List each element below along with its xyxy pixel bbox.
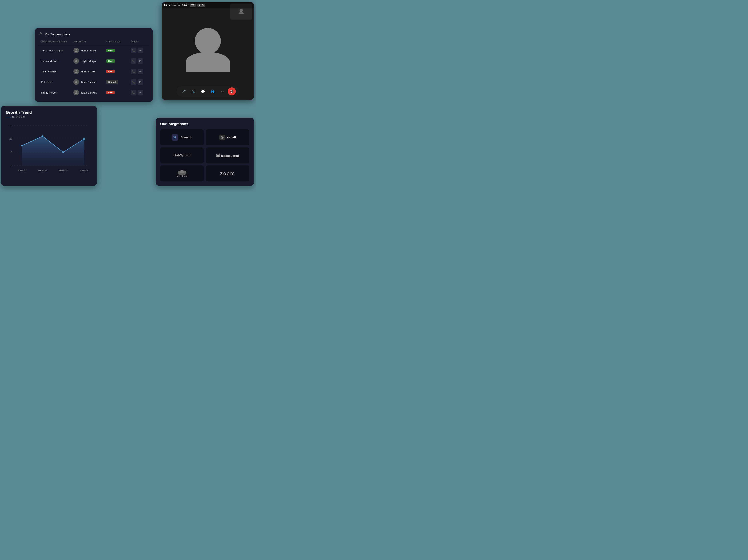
email-button[interactable]: ✉ — [138, 69, 143, 74]
company-name: Carls and Carls — [41, 59, 73, 63]
video-call-panel: Michael Jaden 06:48 TR AUD 🎤 📷 💬 👥 ··· 📵 — [162, 2, 254, 100]
avatar — [73, 79, 79, 85]
actions-cell: 📞 ✉ — [131, 58, 147, 64]
email-button[interactable]: ✉ — [138, 48, 143, 53]
hubspot-label2: t — [190, 153, 191, 157]
table-row: Carls and Carls Haylie Morgan High 📞 ✉ — [39, 56, 149, 66]
chat-button[interactable]: 💬 — [199, 88, 207, 95]
aircall-logo: aircall — [219, 135, 236, 140]
call-button[interactable]: 📞 — [131, 69, 137, 74]
table-row: J&J works Tiana Aminoff Neutral 📞 ✉ — [39, 77, 149, 88]
call-button[interactable]: 📞 — [131, 48, 137, 53]
company-name: David Fashion — [41, 70, 73, 73]
data-point — [83, 138, 85, 140]
person-icon — [39, 32, 43, 36]
email-button[interactable]: ✉ — [138, 58, 143, 64]
svg-text:0: 0 — [10, 164, 12, 167]
avatar — [73, 58, 79, 64]
growth-title: Growth Trend — [6, 110, 92, 115]
integration-card-leadsquared[interactable]: leadsquared — [206, 147, 249, 163]
actions-cell: 📞 ✉ — [131, 48, 147, 53]
more-button[interactable]: ··· — [218, 88, 226, 95]
integration-card-salesforce[interactable]: salesforce — [160, 165, 204, 181]
table-row: Jimmy Parson Talan Dorwart Low 📞 ✉ — [39, 88, 149, 98]
leadsquared-text: lead — [221, 154, 227, 157]
svg-text:30: 30 — [9, 124, 12, 127]
salesforce-logo: salesforce — [177, 169, 188, 177]
calendar-logo: 31 Calendar — [172, 134, 193, 141]
col-actions: Actions — [131, 40, 147, 43]
intent-badge: Neutral — [106, 80, 118, 84]
call-controls: 🎤 📷 💬 👥 ··· 📵 — [177, 86, 239, 97]
assigned-name: Talan Dorwart — [80, 91, 96, 94]
svg-point-3 — [75, 70, 77, 72]
actions-cell: 📞 ✉ — [131, 69, 147, 74]
integration-card-zoom[interactable]: zoom — [206, 165, 249, 181]
svg-point-5 — [75, 91, 77, 93]
call-button[interactable]: 📞 — [131, 79, 137, 85]
assigned-cell: Talan Dorwart — [73, 90, 106, 95]
participants-button[interactable]: 👥 — [209, 88, 216, 95]
assigned-name: Manan Singh — [80, 49, 96, 52]
assigned-cell: Manan Singh — [73, 48, 106, 53]
avatar — [73, 69, 79, 74]
conversations-panel: My Conversations Company Contact Name As… — [35, 28, 153, 102]
legend-label: 10- $10,000 — [12, 116, 25, 118]
tr-badge: TR — [190, 4, 196, 7]
avatar-body — [186, 52, 230, 72]
email-button[interactable]: ✉ — [138, 79, 143, 85]
table-row: David Fashion Martha Louis Low 📞 ✉ — [39, 66, 149, 77]
mute-button[interactable]: 🎤 — [180, 88, 188, 95]
growth-legend: 10- $10,000 — [6, 116, 92, 118]
intent-cell: Low — [106, 91, 131, 94]
data-point — [62, 151, 64, 153]
leadsquared-text2: squared — [227, 154, 239, 157]
email-button[interactable]: ✉ — [138, 90, 143, 95]
assigned-name: Tiana Aminoff — [80, 81, 96, 84]
assigned-name: Haylie Morgan — [80, 59, 97, 63]
main-video-avatar — [162, 14, 254, 86]
svg-point-1 — [75, 49, 77, 50]
integration-card-hubspot[interactable]: HubSp t — [160, 147, 204, 163]
video-topbar: Michael Jaden 06:48 TR AUD — [162, 2, 254, 8]
company-name: Girish Technologies — [41, 49, 73, 52]
assigned-name: Martha Louis — [80, 70, 95, 73]
intent-cell: Neutral — [106, 80, 131, 84]
chart-area-fill — [22, 136, 84, 166]
calendar-label: Calendar — [180, 136, 193, 139]
integrations-grid: 31 Calendar aircall HubSp t — [160, 129, 249, 181]
calendar-icon: 31 — [172, 134, 178, 141]
camera-button[interactable]: 📷 — [189, 88, 197, 95]
growth-trend-panel: Growth Trend 10- $10,000 30 20 10 0 Week… — [1, 106, 97, 186]
integration-card-calendar[interactable]: 31 Calendar — [160, 129, 204, 145]
svg-text:20: 20 — [9, 138, 12, 140]
data-point — [42, 136, 43, 137]
integration-card-aircall[interactable]: aircall — [206, 129, 249, 145]
avatar — [73, 90, 79, 95]
avatar-head — [195, 28, 221, 54]
panel-title: My Conversations — [45, 32, 70, 36]
call-time: 06:48 — [182, 4, 188, 7]
company-name: Jimmy Parson — [41, 91, 73, 94]
svg-point-0 — [40, 32, 41, 34]
aircall-icon — [219, 135, 225, 140]
svg-point-29 — [180, 170, 184, 174]
avatar — [73, 48, 79, 53]
hubspot-label: HubSp — [173, 153, 184, 157]
intent-cell: Low — [106, 70, 131, 73]
svg-point-20 — [222, 137, 223, 138]
caller-name: Michael Jaden — [164, 4, 180, 7]
svg-text:Week-01: Week-01 — [18, 169, 26, 172]
call-button[interactable]: 📞 — [131, 58, 137, 64]
call-button[interactable]: 📞 — [131, 90, 137, 95]
end-call-button[interactable]: 📵 — [228, 88, 236, 95]
aud-badge: AUD — [197, 4, 205, 7]
assigned-cell: Tiana Aminoff — [73, 79, 106, 85]
svg-text:Week-02: Week-02 — [38, 169, 47, 172]
svg-marker-25 — [216, 153, 219, 157]
svg-text:Week-04: Week-04 — [79, 169, 88, 172]
svg-point-4 — [75, 81, 77, 82]
svg-text:10: 10 — [9, 151, 12, 153]
col-assigned: Assigned To — [73, 40, 106, 43]
svg-text:Week-03: Week-03 — [59, 169, 68, 172]
